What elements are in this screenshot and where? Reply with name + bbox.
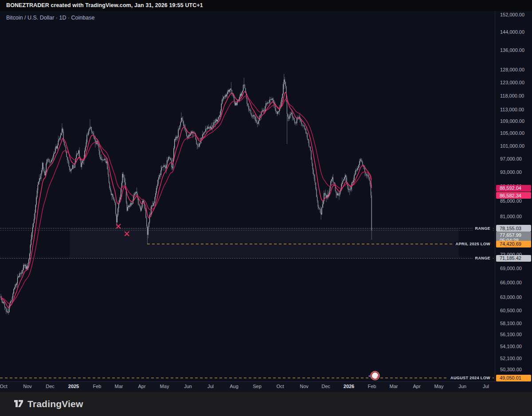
- price-tick: 63,000.00: [500, 294, 522, 300]
- time-tick-year: 2025: [68, 384, 79, 389]
- ma-slow-tag: 88,592.04: [496, 185, 531, 192]
- range-lower-tag: 71,185.42: [496, 255, 531, 262]
- time-tick-month: Sep: [253, 384, 262, 389]
- candle-bodies: [0, 79, 372, 313]
- price-tick: 60,500.00: [500, 308, 522, 313]
- range-lower-line-label: RANGE: [473, 256, 492, 260]
- time-tick-month: Jul: [483, 384, 489, 389]
- price-tick: 85,000.00: [500, 198, 522, 204]
- time-tick-month: Jun: [184, 384, 192, 389]
- ma-line-fast: [1, 91, 372, 308]
- attribution-text: BONEZTRADER created with TradingView.com…: [6, 2, 203, 8]
- time-tick-month: Jul: [207, 384, 214, 389]
- candle-wicks: [1, 74, 372, 315]
- time-tick-month: Oct: [0, 384, 8, 389]
- time-tick-month: May: [434, 384, 444, 389]
- price-tick: 50,300.00: [500, 367, 522, 372]
- price-tick: 136,000.00: [500, 47, 524, 53]
- price-tick: 54,100.00: [500, 344, 522, 349]
- tradingview-logo-icon[interactable]: [12, 400, 23, 408]
- red-x-mark-1[interactable]: ✕: [115, 221, 122, 232]
- ma-line-slow: [1, 96, 372, 303]
- time-tick-month: May: [160, 384, 169, 389]
- price-tick: 123,000.00: [500, 80, 524, 85]
- price-tick: 52,100.00: [500, 356, 522, 361]
- time-tick-month: Jun: [458, 384, 466, 389]
- price-tick: 118,000.00: [500, 93, 524, 98]
- price-tick: 144,000.00: [500, 29, 524, 35]
- price-tick: 152,000.00: [500, 12, 524, 17]
- august-low-tag: 49,050.01: [496, 375, 531, 381]
- april-low-tag: 74,420.69: [496, 241, 531, 247]
- price-tick: 69,000.00: [500, 266, 522, 271]
- ma-fast-tag: 86,582.34: [496, 192, 531, 199]
- time-tick-month: Mar: [390, 384, 398, 389]
- price-tick: 66,000.00: [500, 280, 522, 285]
- time-tick-month: Feb: [368, 384, 376, 389]
- august-2024-low-line-label: AUGUST 2024 LOW: [449, 376, 492, 380]
- time-tick-year: 2026: [344, 384, 354, 389]
- time-tick-month: Apr: [138, 384, 145, 389]
- time-tick-month: Feb: [93, 384, 102, 389]
- price-tick: 93,000.00: [500, 169, 522, 175]
- red-x-mark-2[interactable]: ✕: [123, 229, 130, 239]
- time-tick-month: Apr: [413, 384, 420, 389]
- time-tick-month: Dec: [321, 384, 330, 389]
- time-tick-month: Nov: [300, 384, 309, 389]
- time-axis[interactable]: OctNovDec2025FebMarAprMayJunJulAugSepOct…: [0, 381, 532, 392]
- price-tick: 56,100.00: [500, 332, 522, 337]
- price-tick: 128,000.00: [500, 67, 524, 72]
- price-tick: 58,100.00: [500, 321, 522, 326]
- price-tick: 113,000.00: [500, 107, 524, 112]
- footer-bar: TradingView: [0, 392, 532, 416]
- price-tick: 109,000.00: [500, 118, 524, 124]
- symbol-title[interactable]: Bitcoin / U.S. Dollar · 1D · Coinbase: [6, 15, 94, 21]
- price-axis[interactable]: 152,000.00144,000.00136,000.00128,000.00…: [495, 11, 532, 381]
- attribution-bar: BONEZTRADER created with TradingView.com…: [0, 0, 532, 11]
- chart-plot-area[interactable]: RANGEAPRIL 2025 LOWRANGEAUGUST 2024 LOW✕…: [0, 11, 495, 381]
- range-box-and-levels: [0, 228, 494, 378]
- time-tick-month: Oct: [276, 384, 284, 389]
- price-tick: 105,000.00: [500, 130, 524, 136]
- time-tick-month: Aug: [230, 384, 239, 389]
- price-tick: 101,000.00: [500, 143, 524, 149]
- time-tick-month: Nov: [23, 384, 32, 389]
- price-tick: 81,000.00: [500, 214, 522, 219]
- april-2025-low-line-label: APRIL 2025 LOW: [454, 242, 492, 246]
- time-tick-month: Mar: [115, 384, 123, 389]
- range-upper-tag: 78,155.03: [496, 225, 531, 232]
- chart-stage: Bitcoin / U.S. Dollar · 1D · Coinbase RA…: [0, 11, 532, 392]
- price-tick: 97,000.00: [500, 156, 522, 161]
- candlestick-chart[interactable]: [0, 11, 495, 381]
- range-upper-line-label: RANGE: [473, 226, 492, 231]
- tradingview-logo-text[interactable]: TradingView: [27, 399, 83, 409]
- time-tick-month: Dec: [46, 384, 55, 389]
